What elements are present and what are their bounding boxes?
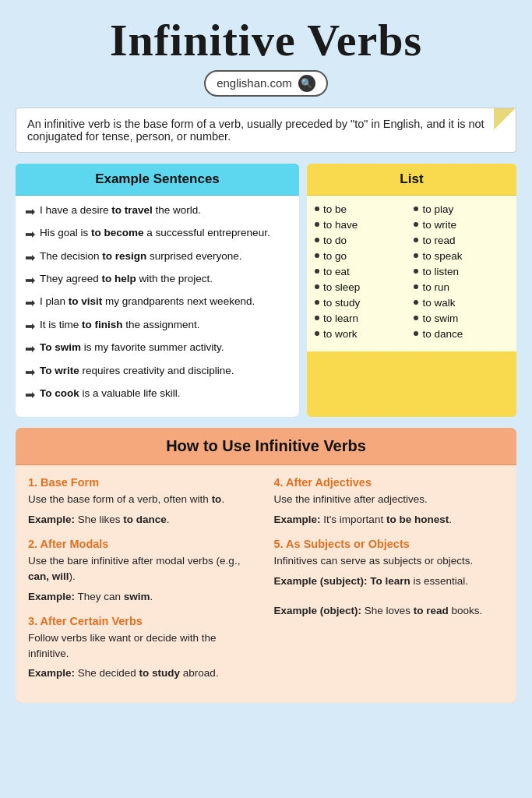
sentence-text: The decision to resign surprised everyon… (40, 249, 242, 264)
bullet-icon: ➡ (25, 318, 35, 335)
list-item: to eat (315, 266, 410, 277)
list-box: List to be to have to do to go to eat to… (307, 164, 516, 418)
list-content: to be to have to do to go to eat to slee… (307, 196, 516, 351)
list-word: to run (422, 281, 449, 293)
dot-icon (315, 222, 319, 227)
dot-icon (315, 316, 319, 320)
sentence-text: To swim is my favorite summer activity. (40, 341, 224, 355)
how-to-content: 1. Base Form Use the base form of a verb… (16, 465, 516, 703)
example-sentences-header: Example Sentences (16, 164, 299, 196)
usage-desc-1: Use the base form of a verb, often with … (28, 492, 259, 507)
website-label: englishan.com (217, 76, 292, 90)
list-item: to have (315, 219, 410, 231)
list-item: to listen (414, 266, 509, 277)
list-item: to go (315, 250, 410, 262)
usage-title-5: 5. As Subjects or Objects (274, 538, 505, 550)
example-sentences-content: ➡ I have a desire to travel the world. ➡… (16, 196, 299, 418)
sentence-text: To cook is a valuable life skill. (40, 387, 181, 401)
usage-after-certain-verbs: 3. After Certain Verbs Follow verbs like… (28, 615, 259, 681)
list-item: to learn (315, 312, 410, 324)
usage-example-subject: Example (subject): To learn is essential… (274, 574, 505, 589)
list-word: to swim (422, 312, 458, 324)
list-word: to walk (422, 297, 455, 309)
list-item: to work (315, 328, 410, 340)
usage-example-1: Example: She likes to dance. (28, 512, 259, 528)
usage-desc-2: Use the bare infinitive after modal verb… (28, 553, 259, 584)
usage-after-modals: 2. After Modals Use the bare infinitive … (28, 538, 259, 604)
list-word: to work (323, 328, 358, 340)
definition-box: An infinitive verb is the base form of a… (16, 108, 516, 153)
list-item: to sleep (315, 281, 410, 293)
how-to-section: How to Use Infinitive Verbs 1. Base Form… (16, 428, 516, 703)
list-item: to run (414, 281, 509, 293)
dot-icon (414, 331, 418, 336)
sentence-text: His goal is to become a successful entre… (40, 226, 270, 241)
list-item: to swim (414, 312, 509, 324)
bullet-icon: ➡ (25, 203, 35, 221)
sentence-text: To write requires creativity and discipl… (40, 364, 234, 379)
list-word: to write (422, 219, 456, 231)
dot-icon (414, 316, 418, 320)
usage-example-3: Example: She decided to study abroad. (28, 666, 259, 681)
dot-icon (414, 207, 418, 211)
list-item: ➡ They agreed to help with the project. (25, 272, 290, 289)
dot-icon (315, 238, 319, 242)
dot-icon (414, 300, 418, 305)
bullet-icon: ➡ (25, 295, 35, 312)
search-icon[interactable]: 🔍 (298, 75, 315, 92)
usage-desc-4: Use the infinitive after adjectives. (274, 492, 505, 507)
how-to-header: How to Use Infinitive Verbs (16, 428, 516, 465)
dot-icon (315, 253, 319, 258)
list-item: ➡ To write requires creativity and disci… (25, 364, 290, 381)
bullet-icon: ➡ (25, 272, 35, 289)
list-word: to have (323, 219, 358, 231)
usage-title-2: 2. After Modals (28, 538, 259, 550)
list-item: to play (414, 203, 509, 215)
list-word: to read (422, 235, 455, 246)
dot-icon (315, 331, 319, 336)
dot-icon (315, 269, 319, 274)
bullet-icon: ➡ (25, 364, 35, 381)
list-col-2: to play to write to read to speak to lis… (414, 203, 509, 344)
sentence-text: I plan to visit my grandparents next wee… (40, 295, 255, 309)
how-to-left-col: 1. Base Form Use the base form of a verb… (28, 476, 259, 692)
bullet-icon: ➡ (25, 341, 35, 358)
list-word: to be (323, 203, 347, 215)
dot-icon (414, 222, 418, 227)
list-item: to write (414, 219, 509, 231)
list-item: ➡ To cook is a valuable life skill. (25, 387, 290, 404)
list-word: to go (323, 250, 347, 262)
usage-example-object: Example (object): She loves to read book… (274, 603, 505, 619)
list-word: to study (323, 297, 360, 309)
bullet-icon: ➡ (25, 226, 35, 243)
list-word: to play (422, 203, 453, 215)
page-title: Infinitive Verbs (16, 16, 516, 65)
dot-icon (414, 253, 418, 258)
list-col-1: to be to have to do to go to eat to slee… (315, 203, 410, 344)
usage-as-subjects-objects: 5. As Subjects or Objects Infinitives ca… (274, 538, 505, 618)
usage-title-1: 1. Base Form (28, 476, 259, 489)
list-word: to dance (422, 328, 463, 340)
list-item: to be (315, 203, 410, 215)
website-bar: englishan.com 🔍 (204, 70, 328, 97)
usage-title-3: 3. After Certain Verbs (28, 615, 259, 627)
how-to-right-col: 4. After Adjectives Use the infinitive a… (274, 476, 505, 692)
sentence-text: I have a desire to travel the world. (40, 203, 201, 218)
usage-desc-5: Infinitives can serve as subjects or obj… (274, 553, 505, 569)
example-sentences-box: Example Sentences ➡ I have a desire to t… (16, 164, 299, 418)
list-word: to eat (323, 266, 350, 277)
list-word: to learn (323, 312, 358, 324)
list-header: List (307, 164, 516, 196)
list-item: to read (414, 235, 509, 246)
list-item: ➡ To swim is my favorite summer activity… (25, 341, 290, 358)
list-item: to speak (414, 250, 509, 262)
list-word: to listen (422, 266, 459, 277)
list-word: to speak (422, 250, 462, 262)
dot-icon (315, 300, 319, 305)
usage-after-adjectives: 4. After Adjectives Use the infinitive a… (274, 476, 505, 527)
sentence-text: They agreed to help with the project. (40, 272, 213, 287)
dot-icon (315, 284, 319, 289)
usage-desc-3: Follow verbs like want or decide with th… (28, 630, 259, 661)
list-item: to study (315, 297, 410, 309)
list-item: to dance (414, 328, 509, 340)
